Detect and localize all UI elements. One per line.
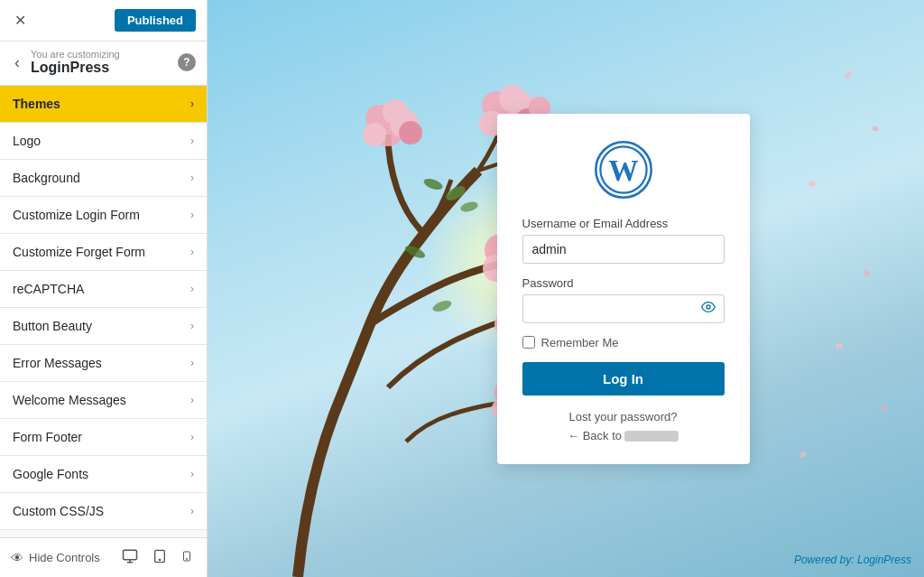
sidebar-item-background-label: Background: [13, 171, 80, 185]
sidebar-item-google-fonts-label: Google Fonts: [13, 467, 88, 481]
svg-point-12: [363, 123, 386, 146]
sidebar-item-form-footer-label: Form Footer: [13, 430, 82, 444]
powered-by-brand[interactable]: LoginPress: [857, 554, 911, 566]
chevron-right-icon: ›: [190, 135, 194, 147]
sidebar-header-left: ‹ You are customizing LoginPress: [11, 49, 120, 76]
svg-text:W: W: [608, 153, 638, 186]
tablet-icon: [152, 552, 167, 567]
sidebar-footer: 👁 Hide Controls: [0, 537, 207, 577]
sidebar-item-google-fonts[interactable]: Google Fonts ›: [0, 456, 207, 493]
sidebar-item-logo[interactable]: Logo ›: [0, 123, 207, 160]
petal: [808, 180, 817, 186]
username-field-group: Username or Email Address: [522, 217, 725, 264]
device-buttons: [118, 546, 196, 570]
sidebar-item-error-messages-label: Error Messages: [13, 356, 102, 370]
sidebar-item-error-messages[interactable]: Error Messages ›: [0, 345, 207, 382]
site-url-blurred: [624, 431, 679, 442]
svg-point-6: [187, 558, 188, 559]
svg-point-54: [431, 299, 453, 314]
sidebar-item-customize-login-form[interactable]: Customize Login Form ›: [0, 197, 207, 234]
customizing-label: You are customizing: [31, 49, 120, 60]
password-label: Password: [522, 276, 725, 290]
sidebar-item-form-footer[interactable]: Form Footer ›: [0, 419, 207, 456]
powered-by: Powered by: LoginPress: [794, 554, 911, 566]
sidebar-item-button-beauty[interactable]: Button Beauty ›: [0, 308, 207, 345]
svg-rect-0: [124, 550, 137, 560]
svg-point-51: [422, 177, 444, 192]
back-to-link[interactable]: ← Back to: [522, 429, 725, 442]
sidebar-item-custom-css-js-label: Custom CSS/JS: [13, 504, 104, 518]
wordpress-logo: W: [595, 141, 652, 199]
chevron-right-icon: ›: [190, 283, 194, 295]
username-input[interactable]: [522, 235, 725, 264]
tablet-device-button[interactable]: [149, 546, 171, 570]
sidebar-item-themes-label: Themes: [13, 97, 60, 111]
sidebar: ✕ Published ‹ You are customizing LoginP…: [0, 0, 208, 577]
petal: [799, 451, 808, 459]
sidebar-item-customize-login-form-label: Customize Login Form: [13, 208, 140, 222]
petal: [881, 405, 888, 412]
sidebar-header-text: You are customizing LoginPress: [31, 49, 120, 76]
petal: [863, 269, 871, 276]
sidebar-item-welcome-messages-label: Welcome Messages: [13, 393, 126, 407]
petal: [872, 126, 879, 132]
svg-point-58: [707, 305, 710, 309]
password-input[interactable]: [522, 294, 725, 323]
chevron-right-icon: ›: [190, 468, 194, 480]
sidebar-item-button-beauty-label: Button Beauty: [13, 319, 92, 333]
eye-icon: 👁: [11, 551, 23, 565]
petal: [844, 70, 853, 79]
sidebar-menu: Themes › Logo › Background › Customize L…: [0, 86, 207, 537]
publish-button[interactable]: Published: [115, 9, 196, 32]
desktop-icon: [122, 552, 138, 567]
login-links: Lost your password? ← Back to: [522, 410, 725, 442]
username-label: Username or Email Address: [522, 217, 725, 230]
sidebar-topbar: ✕ Published: [0, 0, 207, 42]
back-to-prefix: ← Back to: [568, 429, 622, 442]
sidebar-item-logo-label: Logo: [13, 134, 41, 148]
svg-point-10: [383, 99, 408, 125]
preview-area: W Username or Email Address Password Rem…: [208, 0, 924, 577]
desktop-device-button[interactable]: [118, 546, 142, 570]
svg-point-52: [459, 200, 479, 214]
svg-point-11: [399, 121, 422, 144]
sidebar-item-customize-forget-form-label: Customize Forget Form: [13, 245, 145, 259]
help-button[interactable]: ?: [178, 53, 196, 71]
sidebar-item-custom-css-js[interactable]: Custom CSS/JS ›: [0, 493, 207, 530]
chevron-right-icon: ›: [190, 357, 194, 369]
back-button[interactable]: ‹: [11, 52, 23, 72]
chevron-right-icon: ›: [190, 172, 194, 184]
svg-point-16: [499, 85, 526, 112]
login-card: W Username or Email Address Password Rem…: [497, 114, 750, 464]
sidebar-item-recaptcha-label: reCAPTCHA: [13, 282, 84, 296]
sidebar-item-welcome-messages[interactable]: Welcome Messages ›: [0, 382, 207, 419]
remember-checkbox[interactable]: [522, 336, 535, 349]
chevron-right-icon: ›: [190, 98, 194, 110]
remember-label: Remember Me: [541, 336, 619, 349]
powered-by-prefix: Powered by:: [794, 554, 857, 566]
lost-password-link[interactable]: Lost your password?: [522, 410, 725, 423]
sidebar-item-themes[interactable]: Themes ›: [0, 86, 207, 123]
sidebar-item-background[interactable]: Background ›: [0, 160, 207, 197]
chevron-right-icon: ›: [190, 246, 194, 258]
sidebar-item-customize-forget-form[interactable]: Customize Forget Form ›: [0, 234, 207, 271]
mobile-icon: [181, 552, 192, 567]
sidebar-item-recaptcha[interactable]: reCAPTCHA ›: [0, 271, 207, 308]
remember-row: Remember Me: [522, 336, 725, 349]
sidebar-header: ‹ You are customizing LoginPress ?: [0, 42, 207, 86]
login-button[interactable]: Log In: [522, 362, 725, 396]
chevron-right-icon: ›: [190, 209, 194, 221]
chevron-right-icon: ›: [190, 320, 194, 332]
toggle-password-icon[interactable]: [701, 300, 716, 318]
close-button[interactable]: ✕: [11, 12, 30, 30]
login-logo: W: [522, 141, 725, 199]
mobile-device-button[interactable]: [178, 546, 196, 570]
password-field-group: Password: [522, 276, 725, 323]
hide-controls-button[interactable]: 👁 Hide Controls: [11, 551, 100, 565]
svg-point-4: [159, 559, 160, 560]
password-wrapper: [522, 294, 725, 323]
chevron-right-icon: ›: [190, 431, 194, 443]
chevron-right-icon: ›: [190, 505, 194, 517]
site-name: LoginPress: [31, 60, 120, 76]
chevron-right-icon: ›: [190, 394, 194, 406]
